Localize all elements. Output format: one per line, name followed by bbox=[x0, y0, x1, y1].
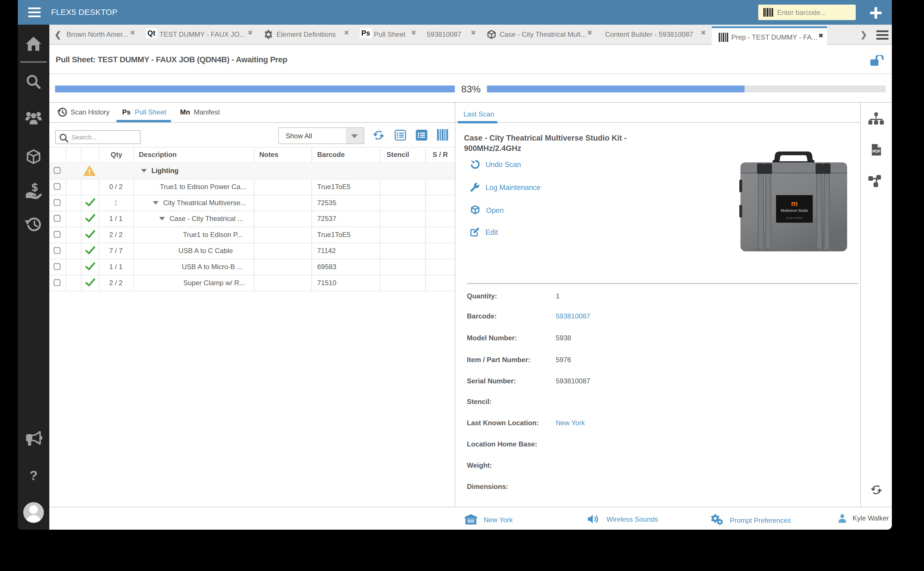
svg-text:m: m bbox=[791, 199, 798, 208]
svg-text:Multiverse Studio: Multiverse Studio bbox=[781, 208, 808, 213]
svg-text:PDF: PDF bbox=[872, 149, 881, 153]
svg-text:by City Theatrical: by City Theatrical bbox=[786, 217, 802, 219]
